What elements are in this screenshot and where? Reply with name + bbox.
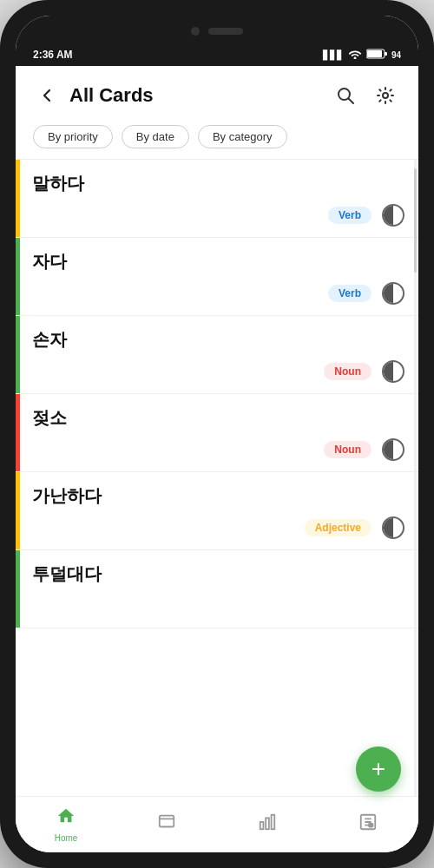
card-badge: Verb <box>328 207 372 224</box>
card-badge: Verb <box>328 285 372 302</box>
nav-item-review[interactable] <box>342 812 394 837</box>
battery-icon <box>366 49 387 61</box>
nav-item-home[interactable]: Home <box>40 806 92 843</box>
review-icon <box>358 812 378 837</box>
filter-category[interactable]: By category <box>198 125 287 148</box>
scrollbar-thumb[interactable] <box>414 168 417 273</box>
list-item[interactable]: 자다 Verb <box>16 238 418 316</box>
nav-item-stats[interactable] <box>241 812 293 837</box>
filter-date[interactable]: By date <box>122 125 189 148</box>
card-word: 젖소 <box>32 406 406 430</box>
cards-icon <box>157 812 176 837</box>
stats-icon <box>258 812 277 837</box>
list-item[interactable]: 가난하다 Adjective <box>16 472 418 550</box>
toggle-button[interactable] <box>380 515 406 541</box>
card-footer: Verb <box>32 280 406 306</box>
filter-priority[interactable]: By priority <box>33 125 113 148</box>
card-footer: Verb <box>32 202 406 228</box>
camera-bar <box>16 16 418 47</box>
card-word: 자다 <box>32 250 406 273</box>
add-button[interactable]: + <box>356 746 401 792</box>
card-word: 손자 <box>32 328 406 352</box>
card-footer: Noun <box>32 437 406 463</box>
svg-point-5 <box>383 93 388 98</box>
card-word: 가난하다 <box>32 484 406 508</box>
app-content: All Cards By priority By date <box>16 66 418 852</box>
scrollbar-track[interactable] <box>414 160 417 796</box>
status-icons: ▋▋▋ 94 <box>323 49 401 61</box>
svg-rect-2 <box>385 52 387 56</box>
status-bar: 2:36 AM ▋▋▋ 94 <box>16 47 418 66</box>
card-body: 가난하다 Adjective <box>20 472 418 549</box>
svg-rect-9 <box>266 818 269 829</box>
settings-button[interactable] <box>370 80 401 111</box>
home-icon <box>56 806 76 831</box>
svg-line-4 <box>349 99 354 104</box>
toggle-button[interactable] <box>380 437 406 463</box>
battery-pct: 94 <box>391 50 401 60</box>
nav-item-cards[interactable] <box>141 812 193 837</box>
card-footer: Adjective <box>32 515 406 541</box>
status-time: 2:36 AM <box>33 49 73 61</box>
filter-row: By priority By date By category <box>16 120 418 159</box>
card-body: 손자 Noun <box>20 316 418 393</box>
card-badge: Noun <box>324 363 372 380</box>
toggle-button[interactable] <box>380 202 406 228</box>
back-button[interactable] <box>33 82 61 109</box>
card-body: 말하다 Verb <box>20 160 418 237</box>
card-body: 젖소 Noun <box>20 394 418 471</box>
svg-rect-8 <box>260 822 264 829</box>
nav-label-home: Home <box>55 833 78 843</box>
camera-dot <box>191 27 200 36</box>
bottom-nav: + Home <box>16 796 418 852</box>
card-body: 자다 Verb <box>20 238 418 315</box>
toggle-button[interactable] <box>380 280 406 306</box>
list-item[interactable]: 투덜대다 <box>16 550 418 628</box>
svg-rect-15 <box>369 824 373 827</box>
signal-icon: ▋▋▋ <box>323 50 344 60</box>
svg-rect-1 <box>367 50 382 57</box>
card-body: 투덜대다 <box>20 550 418 628</box>
list-item[interactable]: 젖소 Noun <box>16 394 418 472</box>
card-footer: Noun <box>32 358 406 385</box>
svg-rect-6 <box>160 816 174 827</box>
camera-pill <box>208 28 243 35</box>
card-badge: Adjective <box>305 519 372 536</box>
svg-rect-10 <box>272 815 275 830</box>
card-badge: Noun <box>324 441 372 458</box>
toggle-button[interactable] <box>380 358 406 385</box>
list-item[interactable]: 말하다 Verb <box>16 160 418 238</box>
page-title: All Cards <box>69 84 321 107</box>
header: All Cards <box>16 66 418 120</box>
card-word: 투덜대다 <box>32 562 406 586</box>
card-list: 말하다 Verb 자다 V <box>16 159 418 796</box>
card-word: 말하다 <box>32 172 406 195</box>
wifi-icon <box>348 49 362 61</box>
search-button[interactable] <box>330 80 361 111</box>
list-item[interactable]: 손자 Noun <box>16 316 418 394</box>
